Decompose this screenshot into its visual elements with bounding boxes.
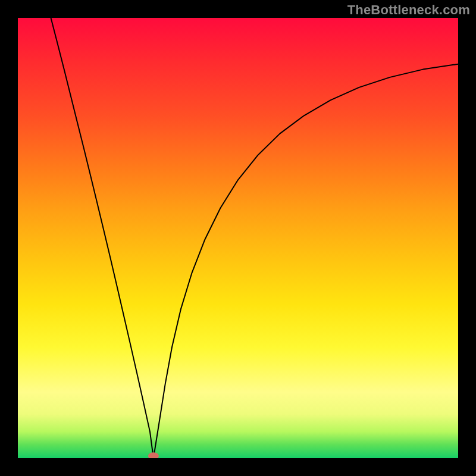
chart-stage: TheBottleneck.com xyxy=(0,0,476,476)
min-marker xyxy=(148,452,159,458)
watermark-text: TheBottleneck.com xyxy=(347,2,470,18)
plot-area xyxy=(18,18,458,458)
bottleneck-curve xyxy=(51,18,459,458)
curve-svg xyxy=(18,18,458,458)
